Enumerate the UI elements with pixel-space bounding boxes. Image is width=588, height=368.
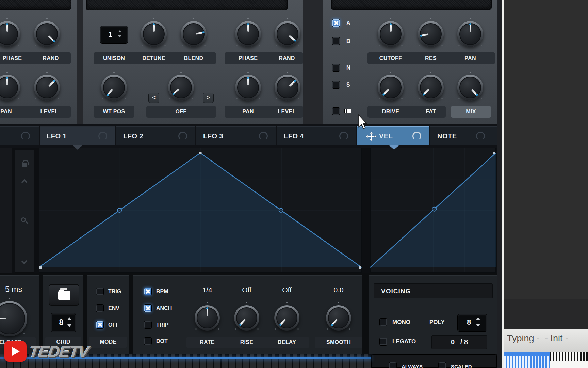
sub-phase-label: PHASE [3,55,22,62]
release-knob[interactable] [0,301,27,336]
sub-level-knob[interactable] [34,75,60,101]
poly-stepper[interactable] [458,314,487,331]
poly-label: POLY [429,318,445,326]
vel-curve-editor[interactable] [370,148,496,273]
grid-down-arrow[interactable] [67,324,71,327]
unison-stepper[interactable] [100,26,128,43]
dot-checkbox[interactable] [144,337,152,345]
voice-counter: 0 / 8 [451,338,468,347]
typing-title: Typing - - Init - [507,333,568,344]
osc-sub-waveform-display[interactable] [0,0,71,10]
lfo1-ring-icon [98,132,107,140]
smooth-label: SMOOTH [326,339,351,346]
env-label: ENV [108,304,119,312]
watermark-text: TEDETV [28,342,89,361]
filter-keytrack-checkbox[interactable] [332,107,340,115]
mode-label: MODE [100,339,116,346]
grid-up-arrow[interactable] [67,317,71,320]
mouse-cursor [358,114,368,130]
lfo3-ring-icon [259,132,268,140]
lfo-preset-folder-button[interactable] [49,284,79,306]
lfo2-ring-icon [178,132,187,140]
folder-icon [58,291,70,300]
magnifier-icon[interactable] [21,217,26,222]
rate-value: 1/4 [202,286,212,294]
warp-prev-button[interactable]: < [148,93,159,103]
always-label: ALWAYS [402,363,423,368]
trig-checkbox[interactable] [96,288,104,295]
res-label: RES [425,55,437,62]
osc-a-level-knob[interactable] [275,75,300,101]
poly-down-arrow[interactable] [476,324,480,327]
sub-pan-label: PAN [0,108,12,115]
filter-osc-a-checkbox[interactable] [332,19,340,27]
osc-a-waveform-display[interactable] [86,0,288,10]
blend-knob[interactable] [181,21,207,47]
mini-keyboard-highlighted[interactable] [504,352,550,368]
filter-osc-b-checkbox[interactable] [332,37,340,45]
delay-knob[interactable] [274,305,299,331]
osc-a-phase-label: PHASE [239,55,258,62]
knob-tip [6,23,8,25]
anch-checkbox[interactable] [144,304,152,312]
watermark: TEDETV [4,341,88,362]
filter-sub-checkbox[interactable] [332,81,340,89]
lfo-sidebar [15,150,34,273]
mono-label: MONO [392,318,410,326]
blend-label: BLEND [184,55,203,62]
osc-a-pan-label: PAN [242,108,254,115]
tab-stub[interactable] [0,126,39,145]
osc-a-pan-knob[interactable] [235,75,261,101]
drive-knob[interactable] [378,75,404,101]
mix-label: MIX [466,108,476,115]
res-knob[interactable] [418,21,444,47]
fat-knob[interactable] [418,75,444,101]
voicing-title: VOICING [381,287,411,295]
filter-osc-a-label: A [346,19,350,27]
lfo4-ring-icon [339,132,348,140]
tab-lfo3-label: LFO 3 [203,126,223,145]
mono-checkbox[interactable] [379,318,387,326]
trip-checkbox[interactable] [144,321,152,329]
mix-knob[interactable] [457,75,483,101]
osc-a-rand-knob[interactable] [275,21,300,47]
warp-next-button[interactable]: > [203,93,214,103]
unison-up-arrow[interactable] [118,30,121,32]
poly-up-arrow[interactable] [476,317,480,320]
rise-knob[interactable] [234,305,259,331]
cutoff-knob[interactable] [378,21,404,47]
piano-icon [344,109,351,113]
off-checkbox[interactable] [96,321,104,329]
env-checkbox[interactable] [96,304,104,312]
sub-rand-label: RAND [43,55,59,62]
grid-value: 8 [59,318,64,327]
typing-window-body [504,299,588,329]
unison-down-arrow[interactable] [118,35,121,37]
lock-icon[interactable] [22,163,27,167]
sub-pan-knob[interactable] [0,75,20,101]
filter-display[interactable] [331,0,492,10]
bpm-checkbox[interactable] [144,288,152,295]
cutoff-label: CUTOFF [379,55,402,62]
smooth-knob[interactable] [326,305,351,331]
scaled-checkbox[interactable] [438,362,446,368]
delay-label: DELAY [278,339,296,346]
sub-phase-knob[interactable] [0,21,20,47]
always-checkbox[interactable] [389,362,397,368]
filter-noise-checkbox[interactable] [332,64,340,72]
osc-a-phase-knob[interactable] [235,21,261,47]
sub-rand-knob[interactable] [34,21,60,47]
wt-pos-label: WT POS [103,108,125,115]
legato-checkbox[interactable] [379,338,387,346]
stub-ring-icon [21,132,30,140]
wt-pos-knob[interactable] [101,75,127,101]
lfo1-waveform-editor[interactable] [39,148,362,273]
serum-plugin-window: PHASE RAND PAN LEVEL 1 UNISON DETUNE BLE… [0,0,502,368]
warp-knob[interactable] [168,75,194,101]
move-icon [365,131,377,141]
detune-knob[interactable] [141,21,167,47]
osc-a-rand-label: RAND [279,55,295,62]
mini-keyboard[interactable] [550,352,588,368]
rate-knob[interactable] [195,305,220,331]
filter-pan-knob[interactable] [457,21,483,47]
